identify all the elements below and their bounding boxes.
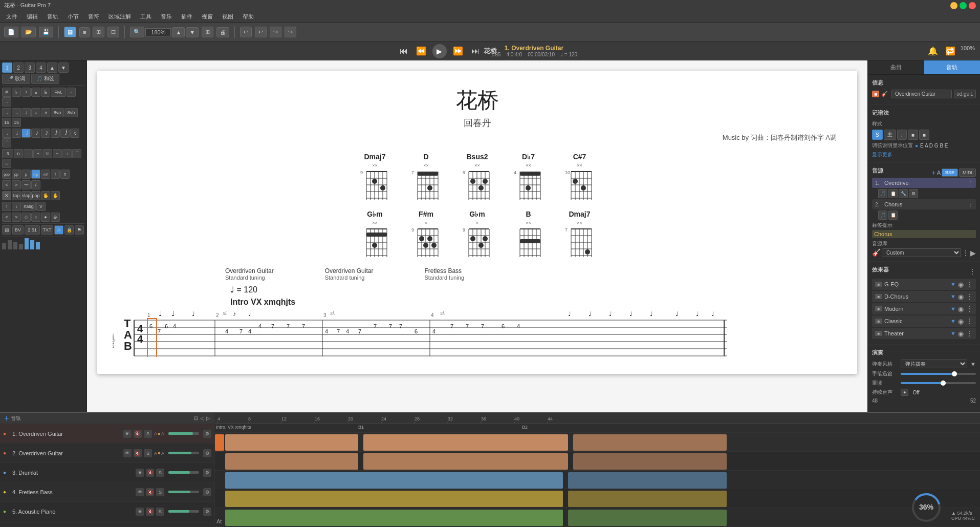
track-2-settings[interactable]: ⚙ <box>203 449 211 457</box>
chord-btn[interactable]: 🎵 和弦 <box>31 74 59 84</box>
slide-btn[interactable]: / <box>31 180 40 189</box>
half-note[interactable]: 𝅗 <box>12 108 21 117</box>
harm4[interactable]: ○ <box>31 213 40 222</box>
track-1-settings[interactable]: ⚙ <box>203 430 211 438</box>
menu-view[interactable]: 视图 <box>218 12 237 22</box>
sound-bse-btn[interactable]: BSE <box>942 168 958 177</box>
heavy-slider[interactable] <box>901 382 976 384</box>
tab-tool3[interactable]: pop <box>31 191 40 200</box>
tab-tool2[interactable]: slap <box>21 191 31 200</box>
new-button[interactable]: 📄 <box>4 27 18 37</box>
fermata-btn[interactable]: 𝄐 <box>33 149 42 158</box>
track-2-block-chorus[interactable] <box>363 453 568 470</box>
grid-view[interactable]: ▤ <box>2 225 11 235</box>
print-button[interactable]: 🖨 <box>216 27 229 37</box>
mordent-btn[interactable]: ~ <box>53 149 62 158</box>
track-5-block-2[interactable] <box>568 510 727 526</box>
trill-btn[interactable]: tr <box>43 149 52 158</box>
bend-up[interactable]: ↑ <box>2 202 11 211</box>
sound-midi-btn[interactable]: MIDI <box>959 168 976 177</box>
dotted-btn[interactable]: · <box>67 88 76 97</box>
pp-btn[interactable]: pp <box>12 170 21 179</box>
track-1-block-chorus[interactable] <box>363 434 568 451</box>
tab-num-4[interactable]: 4 <box>36 62 46 73</box>
angle-r[interactable]: > <box>12 180 21 189</box>
harm1[interactable]: < <box>2 213 11 222</box>
effect-toggle-modern[interactable]: ◉ <box>958 305 964 313</box>
triplet3[interactable]: 3 <box>2 149 13 158</box>
view-std-button[interactable]: ▦ <box>64 27 76 37</box>
tab-num-1[interactable]: 1 <box>2 62 12 73</box>
whole-note[interactable]: 𝅝 <box>2 108 11 117</box>
natural-btn[interactable]: ♮ <box>21 88 31 97</box>
triplet-n[interactable]: n <box>14 149 23 158</box>
bend-down[interactable]: ↓ <box>12 202 21 211</box>
track-1-solo[interactable]: S <box>144 430 152 438</box>
track-1-tool-c[interactable]: 🔧 <box>899 189 908 198</box>
track-2-vis[interactable]: 👁 <box>123 449 132 457</box>
dotted2-btn[interactable]: ·· <box>2 97 11 107</box>
effect-select-theater[interactable]: ▼ <box>950 330 956 336</box>
heavy-thumb[interactable] <box>941 381 946 386</box>
effect-more-classic[interactable]: ⋮ <box>966 317 973 325</box>
p-btn[interactable]: p <box>21 170 31 179</box>
view-toggle-up[interactable]: ▲ <box>47 62 57 73</box>
style-s[interactable]: S <box>872 130 883 140</box>
tab-score[interactable]: 曲目 <box>868 60 924 74</box>
quarter-note[interactable]: ♩ <box>21 108 31 117</box>
play-button[interactable]: ▶ <box>432 44 447 58</box>
tab-track[interactable]: 音轨 <box>924 60 981 74</box>
ppp-btn[interactable]: ppp <box>2 170 11 179</box>
effect-toggle-theater[interactable]: ◉ <box>958 330 964 338</box>
track-4-volume-bar[interactable] <box>168 491 199 493</box>
close-button[interactable] <box>969 2 976 9</box>
sound-add-button[interactable]: + <box>931 168 935 177</box>
show-more-btn[interactable]: 显示更多 <box>872 151 976 158</box>
track-3-solo[interactable]: S <box>156 469 164 477</box>
track-4-block[interactable] <box>225 491 563 507</box>
style-main[interactable]: 主 <box>884 130 896 140</box>
track-5-settings[interactable]: ⚙ <box>203 508 211 516</box>
15ma-btn[interactable]: 15 <box>2 118 11 127</box>
menu-help[interactable]: 帮助 <box>238 12 258 22</box>
step-forward-button[interactable]: ⏩ <box>451 45 465 57</box>
track-1-block-start[interactable] <box>215 434 224 451</box>
hand-speed-thumb[interactable] <box>952 371 957 376</box>
track-4-mute[interactable]: 🔇 <box>146 488 154 496</box>
harm6[interactable]: ⊕ <box>51 213 60 222</box>
track-1-tool-b[interactable]: 📋 <box>888 189 898 198</box>
track-2-solo[interactable]: S <box>144 449 152 457</box>
sustain-toggle[interactable]: ● <box>901 389 908 396</box>
tab-num-2[interactable]: 2 <box>13 62 24 73</box>
undo2-button[interactable]: ↩ <box>255 27 267 37</box>
sound-letter-a[interactable]: A <box>937 168 941 177</box>
track-4-vis[interactable]: 👁 <box>136 488 144 496</box>
effect-select-geq[interactable]: ▼ <box>950 281 956 287</box>
lock-btn[interactable]: 🔒 <box>64 225 74 235</box>
track-1-tool-a[interactable]: 🎵 <box>878 189 887 198</box>
track-1-vis[interactable]: 👁 <box>123 430 132 438</box>
track-item-2[interactable]: 2. Chorus ⋮ <box>872 199 976 209</box>
add-track-button[interactable]: + <box>4 414 9 423</box>
32nd-note[interactable]: 8va <box>51 108 64 117</box>
mf-btn[interactable]: mf <box>41 170 50 179</box>
tab-tool1[interactable]: tap <box>12 191 21 200</box>
track-2-block-end[interactable] <box>573 453 727 470</box>
note8[interactable]: ♫ <box>70 129 79 138</box>
nasg-btn[interactable]: nasg <box>21 202 36 211</box>
redo2-button[interactable]: ↪ <box>285 27 296 37</box>
sound-library-select[interactable]: Custom <box>882 248 961 257</box>
track-5-vis[interactable]: 👁 <box>136 508 144 516</box>
step-back-button[interactable]: ⏪ <box>414 45 428 57</box>
harm2[interactable]: > <box>12 213 21 222</box>
effect-select-modern[interactable]: ▼ <box>950 306 956 312</box>
track-4-settings[interactable]: ⚙ <box>203 488 211 496</box>
prall-btn[interactable]: 𝆔 <box>62 149 72 158</box>
maximize-button[interactable] <box>960 2 967 9</box>
key-sig-btn[interactable]: FM. <box>51 88 66 97</box>
note4[interactable]: 𝅘𝅥𝅯 <box>31 129 40 138</box>
sound-library-more[interactable]: ⋮ <box>962 248 969 257</box>
effect-more-dchorus[interactable]: ⋮ <box>966 292 973 301</box>
view-compact-button[interactable]: ⊟ <box>107 27 119 37</box>
track-1-tool-d[interactable]: ⚙ <box>909 189 918 198</box>
